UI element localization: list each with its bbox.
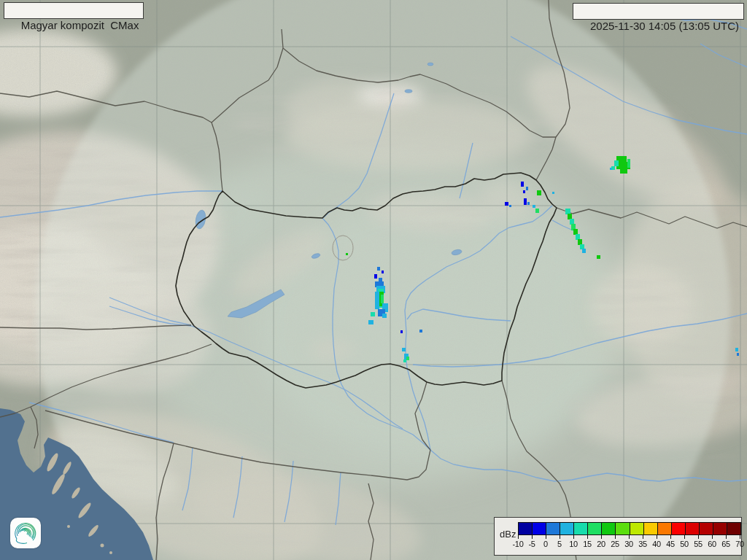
legend-color-cell — [658, 523, 672, 534]
spiral-logo-icon — [13, 521, 38, 545]
legend-tick-mark — [518, 535, 519, 539]
legend-unit-label: dBz — [500, 529, 516, 540]
logo-badge — [10, 518, 41, 548]
radar-echo-cell — [565, 209, 570, 214]
radar-echo-cell — [382, 271, 384, 273]
legend-tick-mark — [532, 535, 533, 539]
radar-echo-cell — [523, 190, 525, 193]
radar-echo-cell — [627, 159, 630, 168]
legend-tick-label: -5 — [528, 540, 535, 548]
radar-echo-cell — [505, 202, 508, 206]
legend-color-cell — [519, 523, 533, 534]
radar-echo-cell — [526, 187, 528, 190]
legend-tick-mark — [684, 535, 685, 539]
legend-color-cell — [546, 523, 560, 534]
radar-echo-cell — [381, 295, 384, 303]
radar-echo-cell — [535, 209, 539, 213]
legend-color-cell — [713, 523, 727, 534]
radar-echo-cell — [419, 330, 422, 332]
radar-echo-cell — [614, 160, 619, 166]
radar-echo-cell — [377, 267, 380, 271]
legend-color-cell — [672, 523, 686, 534]
legend-tick-label: 35 — [638, 540, 647, 548]
weather-map — [0, 0, 747, 560]
radar-echo-cell — [346, 253, 348, 255]
legend-colorbar — [518, 522, 741, 535]
radar-echo-cell — [610, 168, 612, 170]
legend-tick-mark — [573, 535, 574, 539]
legend-tick-mark — [560, 535, 560, 539]
timestamp-label: 2025-11-30 14:05 (13:05 UTC) — [590, 20, 739, 32]
legend-tick-mark — [740, 535, 740, 539]
radar-echo-cell — [597, 255, 600, 259]
legend-tick-mark — [670, 535, 671, 539]
legend-color-cell — [727, 523, 740, 534]
radar-echo-cell — [552, 192, 554, 194]
radar-echo-cell — [368, 320, 374, 324]
legend-tick-label: 20 — [597, 540, 605, 548]
radar-echo-cell — [580, 244, 584, 249]
legend-tick-label: 55 — [694, 540, 703, 548]
legend-color-cell — [644, 523, 658, 534]
legend-color-cell — [574, 523, 588, 534]
radar-echo-cell — [570, 219, 574, 225]
radar-echo-cell — [521, 182, 524, 187]
legend-tick-label: 10 — [569, 540, 578, 548]
radar-map-screen: Magyar kompozit CMax 2025-11-30 14:05 (1… — [0, 0, 747, 560]
radar-echo-cell — [374, 274, 377, 279]
legend-tick-mark — [546, 535, 546, 539]
radar-echo-cell — [371, 312, 375, 316]
legend-tick-mark — [712, 535, 713, 539]
radar-echo-cell — [578, 239, 582, 245]
legend-tick-label: 45 — [666, 540, 675, 548]
legend-tick-mark — [587, 535, 588, 539]
radar-echo-cell — [568, 214, 572, 219]
radar-echo-cell — [382, 314, 387, 318]
legend-tick-label: -10 — [513, 540, 524, 548]
legend-ticks: -10-50510152025303540455055606570 — [518, 535, 741, 553]
radar-echo-cell — [524, 198, 527, 205]
legend-tick-label: 15 — [583, 540, 592, 548]
legend-tick-label: 60 — [708, 540, 716, 548]
legend-tick-mark — [615, 535, 616, 539]
legend-tick-mark — [601, 535, 602, 539]
legend-color-cell — [533, 523, 546, 534]
product-title-box: Magyar kompozit CMax — [4, 2, 144, 19]
radar-echo-cell — [402, 348, 406, 351]
radar-echo-cell — [379, 278, 382, 281]
legend-color-cell — [630, 523, 644, 534]
timestamp-box: 2025-11-30 14:05 (13:05 UTC) — [573, 3, 744, 20]
radar-echo-cell — [620, 168, 627, 174]
legend-color-cell — [686, 523, 700, 534]
legend-color-cell — [616, 523, 630, 534]
legend-color-cell — [588, 523, 602, 534]
radar-echo-cell — [406, 357, 409, 360]
legend-tick-label: 5 — [557, 540, 562, 548]
legend-tick-label: 40 — [652, 540, 661, 548]
legend-tick-mark — [629, 535, 630, 539]
legend-tick-label: 70 — [735, 540, 744, 548]
legend-tick-label: 30 — [624, 540, 633, 548]
radar-echo-cell — [582, 249, 586, 253]
legend-tick-mark — [657, 535, 657, 539]
radar-echo-cell — [400, 330, 403, 333]
legend-color-cell — [560, 523, 574, 534]
legend-tick-label: 25 — [611, 540, 619, 548]
legend-tick-label: 0 — [543, 540, 548, 548]
legend-tick-label: 50 — [680, 540, 689, 548]
legend-tick-label: 65 — [721, 540, 730, 548]
legend-color-cell — [602, 523, 616, 534]
radar-echo-cell — [735, 348, 738, 351]
product-title: Magyar kompozit CMax — [21, 19, 139, 31]
legend-tick-mark — [698, 535, 699, 539]
radar-echo-cell — [573, 229, 578, 235]
radar-echo-cell — [509, 205, 511, 207]
legend-box: dBz -10-50510152025303540455055606570 — [494, 517, 742, 556]
radar-echo-cell — [533, 205, 535, 208]
radar-echo-cell — [527, 202, 530, 205]
radar-echo-cell — [403, 359, 406, 362]
radar-echo-cell — [375, 292, 379, 309]
radar-echo-cell — [576, 234, 580, 240]
radar-echo-cell — [737, 353, 739, 356]
legend-tick-mark — [643, 535, 643, 539]
